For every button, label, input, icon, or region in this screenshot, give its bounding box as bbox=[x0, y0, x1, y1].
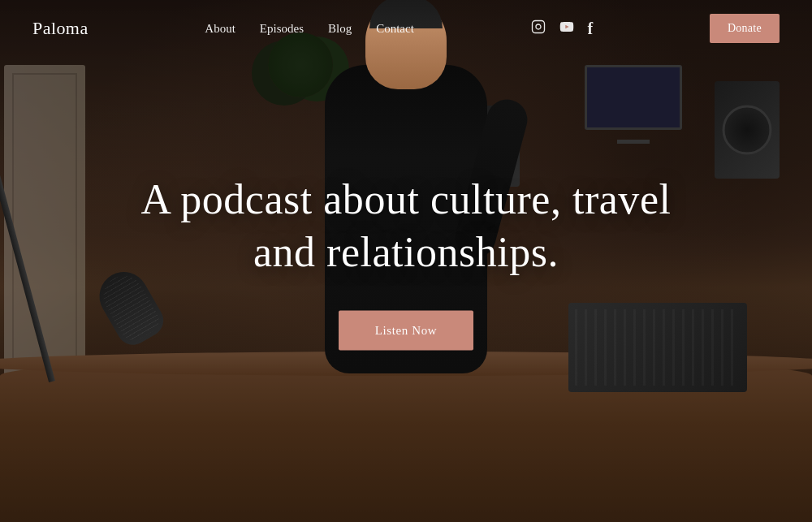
youtube-icon[interactable] bbox=[559, 19, 575, 38]
nav-social-icons: f bbox=[531, 19, 594, 38]
instagram-icon[interactable] bbox=[531, 19, 546, 38]
nav-contact[interactable]: Contact bbox=[376, 22, 414, 36]
hero-tagline: A podcast about culture, travel and rela… bbox=[122, 172, 690, 278]
studio-speaker-right bbox=[715, 81, 780, 179]
site-logo[interactable]: Paloma bbox=[32, 18, 89, 39]
svg-point-2 bbox=[541, 23, 542, 24]
nav-about[interactable]: About bbox=[205, 22, 235, 36]
nav-links: About Episodes Blog Contact bbox=[205, 22, 414, 36]
studio-monitor bbox=[585, 65, 682, 130]
donate-button[interactable]: Donate bbox=[710, 14, 780, 43]
svg-point-1 bbox=[536, 24, 541, 29]
listen-now-button[interactable]: Listen Now bbox=[339, 310, 473, 350]
facebook-icon[interactable]: f bbox=[588, 19, 594, 38]
hero-section: Paloma About Episodes Blog Contact f bbox=[0, 0, 812, 522]
nav-blog[interactable]: Blog bbox=[328, 22, 352, 36]
svg-rect-0 bbox=[532, 20, 544, 32]
nav-episodes[interactable]: Episodes bbox=[260, 22, 304, 36]
navbar: Paloma About Episodes Blog Contact f bbox=[0, 0, 812, 57]
hero-content: A podcast about culture, travel and rela… bbox=[122, 172, 690, 350]
